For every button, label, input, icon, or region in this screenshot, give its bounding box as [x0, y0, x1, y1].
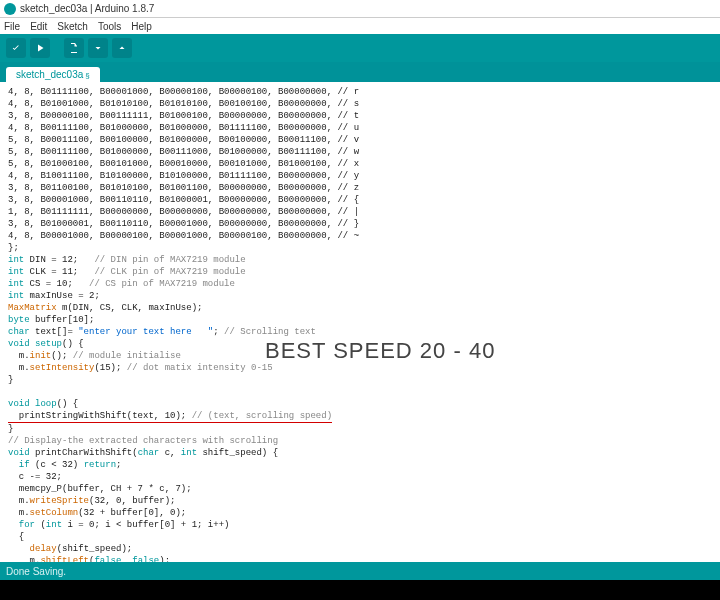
- code-content: 4, 8, B01111100, B00001000, B00000100, B…: [8, 86, 712, 562]
- toolbar: [0, 34, 720, 62]
- save-button[interactable]: [112, 38, 132, 58]
- console-output[interactable]: [0, 580, 720, 600]
- status-text: Done Saving.: [6, 566, 66, 577]
- code-editor[interactable]: 4, 8, B01111100, B00001000, B00000100, B…: [0, 82, 720, 562]
- annotation-overlay: BEST SPEED 20 - 40: [265, 345, 495, 357]
- menu-tools[interactable]: Tools: [98, 21, 121, 32]
- menu-sketch[interactable]: Sketch: [57, 21, 88, 32]
- status-bar: Done Saving.: [0, 562, 720, 580]
- open-button[interactable]: [88, 38, 108, 58]
- menu-bar: File Edit Sketch Tools Help: [0, 18, 720, 34]
- window-title-bar: sketch_dec03a | Arduino 1.8.7: [0, 0, 720, 18]
- tab-label: sketch_dec03a: [16, 69, 83, 80]
- new-button[interactable]: [64, 38, 84, 58]
- tab-sketch[interactable]: sketch_dec03a§: [6, 67, 100, 82]
- tab-bar: sketch_dec03a§: [0, 62, 720, 82]
- upload-button[interactable]: [30, 38, 50, 58]
- menu-edit[interactable]: Edit: [30, 21, 47, 32]
- window-title: sketch_dec03a | Arduino 1.8.7: [20, 3, 154, 14]
- verify-button[interactable]: [6, 38, 26, 58]
- arduino-logo-icon: [4, 3, 16, 15]
- menu-help[interactable]: Help: [131, 21, 152, 32]
- tab-menu-icon: §: [85, 71, 89, 80]
- menu-file[interactable]: File: [4, 21, 20, 32]
